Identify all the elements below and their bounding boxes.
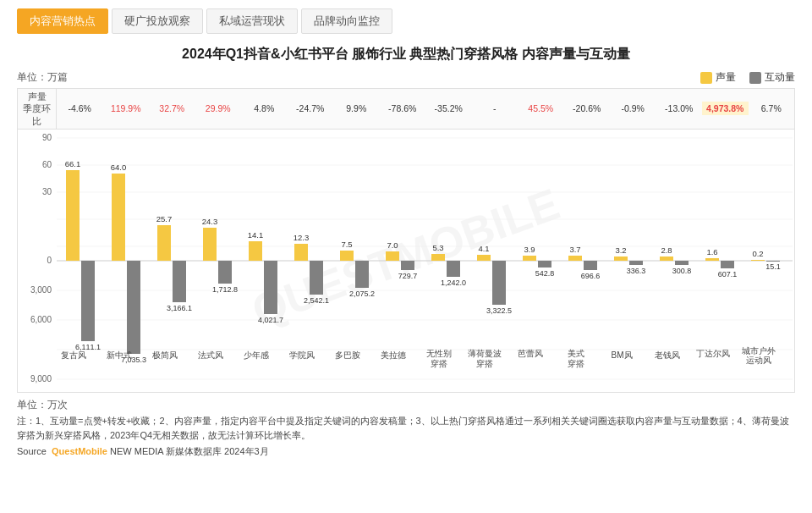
svg-text:7.5: 7.5 — [341, 240, 352, 249]
svg-text:芭蕾风: 芭蕾风 — [518, 349, 543, 358]
svg-text:4.1: 4.1 — [478, 244, 489, 253]
svg-text:城市户外: 城市户外 — [741, 346, 776, 356]
svg-text:0: 0 — [47, 256, 52, 265]
legend-volume: 声量 — [700, 70, 736, 85]
unit-top-label: 单位：万篇 — [17, 70, 68, 85]
rate-val-11: -20.6% — [564, 102, 611, 115]
svg-text:64.0: 64.0 — [111, 163, 127, 172]
main-chart-svg: QUESTMOBILE 90 60 30 0 — [18, 130, 796, 392]
rate-row-label: 声量季度环比 — [18, 89, 57, 129]
bar-volume-11 — [568, 256, 582, 261]
svg-text:336.3: 336.3 — [627, 267, 646, 275]
rate-val-15: 6.7% — [749, 102, 795, 115]
svg-text:14.1: 14.1 — [248, 230, 264, 240]
rate-val-13: -13.0% — [656, 102, 703, 115]
svg-text:60: 60 — [42, 160, 52, 169]
svg-text:3,000: 3,000 — [30, 285, 52, 295]
chart-title: 2024年Q1抖音&小红书平台 服饰行业 典型热门穿搭风格 内容声量与互动量 — [17, 46, 795, 63]
svg-text:3.7: 3.7 — [569, 245, 580, 254]
svg-text:穿搭: 穿搭 — [431, 359, 447, 368]
svg-text:0.2: 0.2 — [752, 249, 763, 258]
legend-volume-label: 声量 — [716, 70, 736, 85]
svg-text:1.6: 1.6 — [706, 247, 717, 256]
bar-interaction-12 — [629, 261, 643, 265]
legend-interaction-label: 互动量 — [765, 70, 795, 85]
svg-text:新中式: 新中式 — [107, 350, 132, 360]
svg-text:7.0: 7.0 — [387, 240, 398, 250]
svg-text:QUESTMOBILE: QUESTMOBILE — [245, 179, 565, 335]
bar-volume-13 — [660, 256, 673, 261]
bar-volume-0 — [66, 170, 80, 261]
tab-navigation: 内容营销热点 硬广投放观察 私域运营现状 品牌动向监控 — [17, 8, 795, 34]
bar-interaction-4 — [264, 261, 277, 314]
bar-volume-14 — [705, 258, 719, 261]
svg-text:复古风: 复古风 — [61, 350, 86, 360]
bar-volume-2 — [157, 225, 171, 261]
rate-val-12: -0.9% — [610, 102, 656, 115]
bar-interaction-9 — [492, 261, 506, 305]
bar-interaction-10 — [538, 261, 551, 268]
bar-volume-9 — [477, 255, 491, 261]
svg-text:300.8: 300.8 — [672, 267, 692, 275]
rate-val-14: 4,973.8% — [702, 102, 749, 115]
source-line: Source QuestMobile NEW MEDIA 新媒体数据库 2024… — [17, 445, 795, 458]
svg-text:穿搭: 穿搭 — [476, 359, 493, 368]
svg-text:穿搭: 穿搭 — [568, 359, 584, 368]
svg-text:丁达尔风: 丁达尔风 — [696, 349, 730, 358]
svg-text:1,712.8: 1,712.8 — [212, 285, 238, 294]
bar-interaction-5 — [310, 261, 323, 295]
bar-volume-4 — [249, 241, 262, 261]
bar-volume-7 — [386, 251, 399, 261]
source-prefix: Source — [17, 446, 47, 456]
rate-val-2: 32.7% — [149, 102, 195, 115]
svg-text:美拉德: 美拉德 — [381, 350, 406, 360]
svg-text:3,166.1: 3,166.1 — [167, 304, 192, 312]
tab-brand-monitoring[interactable]: 品牌动向监控 — [301, 8, 392, 34]
svg-text:24.3: 24.3 — [202, 217, 218, 226]
svg-text:法式风: 法式风 — [198, 350, 223, 360]
svg-text:运动风: 运动风 — [746, 356, 771, 365]
rate-val-6: 9.9% — [333, 102, 380, 115]
svg-text:3,322.5: 3,322.5 — [486, 306, 512, 315]
svg-text:9,000: 9,000 — [30, 374, 52, 383]
bar-interaction-6 — [355, 261, 369, 288]
svg-text:3.9: 3.9 — [524, 245, 535, 254]
svg-text:BM风: BM风 — [612, 350, 633, 360]
bar-volume-10 — [523, 256, 536, 261]
svg-text:薄荷曼波: 薄荷曼波 — [468, 349, 502, 358]
svg-text:66.1: 66.1 — [65, 159, 81, 168]
svg-text:2.8: 2.8 — [661, 245, 672, 255]
rate-val-5: -24.7% — [288, 102, 334, 115]
svg-text:多巴胺: 多巴胺 — [335, 350, 360, 360]
tab-content-marketing[interactable]: 内容营销热点 — [17, 8, 108, 34]
tab-ad-placement[interactable]: 硬广投放观察 — [112, 8, 203, 34]
main-container: 内容营销热点 硬广投放观察 私域运营现状 品牌动向监控 2024年Q1抖音&小红… — [0, 0, 812, 513]
legend-interaction: 互动量 — [749, 70, 795, 85]
svg-text:90: 90 — [42, 133, 52, 142]
svg-text:老钱风: 老钱风 — [655, 350, 680, 360]
svg-text:极简风: 极简风 — [151, 350, 178, 360]
unit-bottom-label: 单位：万次 — [17, 398, 795, 412]
svg-text:无性别: 无性别 — [426, 349, 452, 358]
chart-legend: 声量 互动量 — [700, 70, 795, 85]
svg-text:3.2: 3.2 — [615, 245, 626, 255]
rate-val-4: 4.8% — [241, 102, 288, 115]
rate-val-8: -35.2% — [425, 102, 472, 115]
legend-interaction-color — [749, 72, 761, 84]
bar-interaction-11 — [584, 261, 597, 270]
rate-val-1: 119.9% — [103, 102, 150, 115]
bar-interaction-15 — [766, 261, 780, 262]
svg-text:少年感: 少年感 — [244, 350, 269, 360]
svg-text:2,075.2: 2,075.2 — [349, 290, 375, 298]
tab-private-domain[interactable]: 私域运营现状 — [206, 8, 298, 34]
rate-val-9: - — [472, 102, 518, 115]
svg-text:2,542.1: 2,542.1 — [304, 296, 329, 305]
source-suffix: NEW MEDIA 新媒体数据库 2024年3月 — [110, 446, 269, 456]
source-brand: QuestMobile — [52, 446, 107, 456]
bar-volume-5 — [294, 244, 308, 261]
bar-interaction-0 — [81, 261, 95, 341]
bar-volume-3 — [203, 228, 217, 261]
legend-volume-color — [700, 72, 712, 84]
bar-interaction-13 — [675, 261, 689, 265]
bar-interaction-1 — [127, 261, 140, 354]
